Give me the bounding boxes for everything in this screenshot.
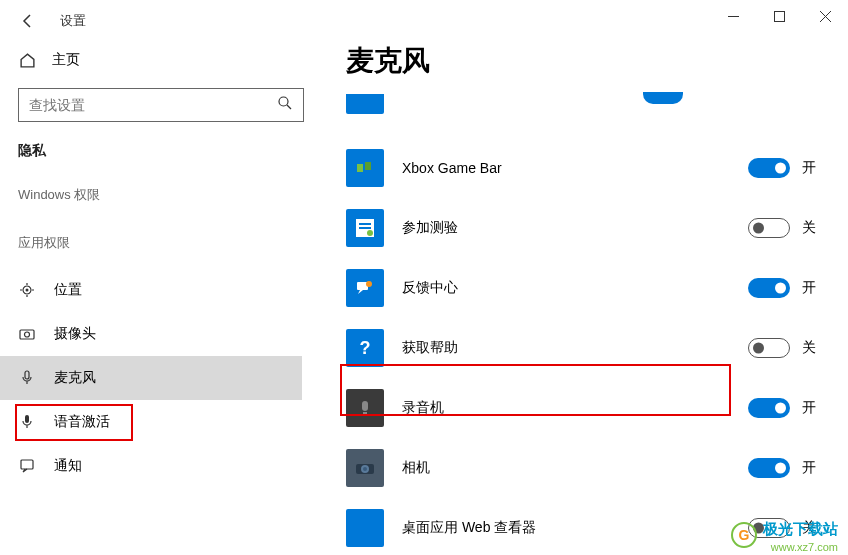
toggle-switch[interactable] xyxy=(748,398,790,418)
page-title: 麦克风 xyxy=(346,42,818,80)
app-icon xyxy=(346,94,384,114)
microphone-icon xyxy=(18,369,36,387)
camera-app-icon xyxy=(346,449,384,487)
app-row-test: 参加测验 关 xyxy=(346,198,818,258)
svg-point-6 xyxy=(26,289,29,292)
svg-rect-13 xyxy=(357,164,363,172)
section-header: 隐私 xyxy=(18,142,302,160)
toggle-switch[interactable] xyxy=(748,218,790,238)
svg-rect-14 xyxy=(365,162,371,170)
svg-rect-16 xyxy=(359,223,371,225)
toggle-state-label: 开 xyxy=(802,159,818,177)
svg-point-4 xyxy=(279,97,288,106)
web-viewer-icon xyxy=(346,509,384,547)
svg-point-8 xyxy=(25,332,30,337)
app-row xyxy=(346,94,818,138)
sidebar-item-microphone[interactable]: 麦克风 xyxy=(0,356,302,400)
annotation-sidebar-highlight xyxy=(15,404,133,441)
svg-rect-1 xyxy=(774,11,784,21)
app-row-xbox-game-bar: Xbox Game Bar 开 xyxy=(346,138,818,198)
close-button[interactable] xyxy=(802,0,848,32)
feedback-icon xyxy=(346,269,384,307)
svg-line-5 xyxy=(287,105,291,109)
maximize-button[interactable] xyxy=(756,0,802,32)
sidebar-item-notifications[interactable]: 通知 xyxy=(0,444,302,488)
home-label: 主页 xyxy=(52,51,80,69)
sidebar-item-label: 通知 xyxy=(54,457,82,475)
subsection-windows-permissions[interactable]: Windows 权限 xyxy=(18,186,302,204)
xbox-icon xyxy=(346,149,384,187)
toggle-state-label: 开 xyxy=(802,459,818,477)
sidebar-item-label: 麦克风 xyxy=(54,369,96,387)
location-icon xyxy=(18,281,36,299)
back-button[interactable] xyxy=(18,11,38,31)
search-input[interactable] xyxy=(29,97,277,113)
home-icon xyxy=(18,51,36,69)
svg-point-20 xyxy=(366,281,372,287)
svg-rect-11 xyxy=(21,460,33,469)
camera-icon xyxy=(18,325,36,343)
watermark: G 极光下载站 www.xz7.com xyxy=(731,520,838,549)
toggle-state-label: 开 xyxy=(802,399,818,417)
subsection-app-permissions: 应用权限 xyxy=(18,234,302,252)
search-input-wrapper[interactable] xyxy=(18,88,304,122)
app-name-label: Xbox Game Bar xyxy=(402,160,730,176)
watermark-url: www.xz7.com xyxy=(771,541,838,553)
help-icon: ? xyxy=(346,329,384,367)
svg-point-18 xyxy=(367,230,373,236)
window-title: 设置 xyxy=(60,12,86,30)
app-name-label: 桌面应用 Web 查看器 xyxy=(402,519,730,537)
toggle-state-label: 开 xyxy=(802,279,818,297)
sidebar-item-location[interactable]: 位置 xyxy=(0,268,302,312)
sidebar: 主页 隐私 Windows 权限 应用权限 位置 摄像头 麦克风 xyxy=(0,42,320,555)
toggle-switch[interactable] xyxy=(748,458,790,478)
minimize-button[interactable] xyxy=(710,0,756,32)
toggle-switch[interactable] xyxy=(748,338,790,358)
svg-rect-7 xyxy=(20,330,34,339)
app-name-label: 参加测验 xyxy=(402,219,730,237)
app-name-label: 反馈中心 xyxy=(402,279,730,297)
sidebar-item-camera[interactable]: 摄像头 xyxy=(0,312,302,356)
search-icon xyxy=(277,95,293,115)
svg-point-25 xyxy=(363,467,367,471)
app-name-label: 获取帮助 xyxy=(402,339,730,357)
test-icon xyxy=(346,209,384,247)
sidebar-item-label: 摄像头 xyxy=(54,325,96,343)
app-row-feedback: 反馈中心 开 xyxy=(346,258,818,318)
annotation-app-highlight xyxy=(340,364,731,416)
toggle-state-label: 关 xyxy=(802,219,818,237)
svg-rect-17 xyxy=(359,227,371,229)
toggle-state-label: 关 xyxy=(802,339,818,357)
toggle-switch[interactable] xyxy=(748,158,790,178)
notification-icon xyxy=(18,457,36,475)
app-name-label: 相机 xyxy=(402,459,730,477)
partial-toggle-cutoff[interactable] xyxy=(643,92,683,104)
watermark-logo-icon: G xyxy=(731,522,757,548)
svg-rect-9 xyxy=(25,371,29,379)
watermark-name: 极光下载站 xyxy=(763,520,838,539)
svg-rect-12 xyxy=(358,104,372,114)
main-content: 麦克风 Xbox Game Bar 开 参加测验 关 反馈中心 开 xyxy=(320,42,848,555)
app-row-camera: 相机 开 xyxy=(346,438,818,498)
sidebar-item-label: 位置 xyxy=(54,281,82,299)
home-link[interactable]: 主页 xyxy=(18,42,302,78)
toggle-switch[interactable] xyxy=(748,278,790,298)
